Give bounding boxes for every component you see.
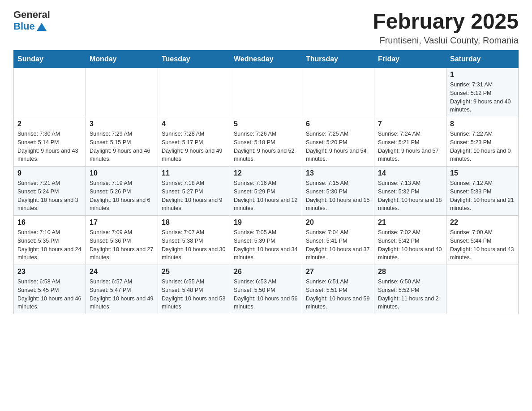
- day-info: Sunrise: 7:30 AM Sunset: 5:14 PM Dayligh…: [17, 130, 82, 163]
- header-wednesday: Wednesday: [230, 51, 302, 68]
- day-cell: 2Sunrise: 7:30 AM Sunset: 5:14 PM Daylig…: [14, 117, 86, 167]
- day-cell: [14, 68, 86, 117]
- page-header: General Blue February 2025 Fruntiseni, V…: [13, 9, 519, 46]
- day-cell: 1Sunrise: 7:31 AM Sunset: 5:12 PM Daylig…: [446, 68, 519, 117]
- week-row-3: 9Sunrise: 7:21 AM Sunset: 5:24 PM Daylig…: [14, 167, 519, 216]
- day-info: Sunrise: 7:19 AM Sunset: 5:26 PM Dayligh…: [90, 179, 154, 213]
- day-info: Sunrise: 7:02 AM Sunset: 5:42 PM Dayligh…: [378, 228, 442, 262]
- day-info: Sunrise: 7:07 AM Sunset: 5:38 PM Dayligh…: [162, 228, 226, 262]
- day-cell: [446, 265, 519, 314]
- day-cell: 21Sunrise: 7:02 AM Sunset: 5:42 PM Dayli…: [374, 216, 446, 265]
- day-info: Sunrise: 6:57 AM Sunset: 5:47 PM Dayligh…: [90, 278, 154, 311]
- day-cell: 26Sunrise: 6:53 AM Sunset: 5:50 PM Dayli…: [230, 265, 302, 314]
- day-info: Sunrise: 7:25 AM Sunset: 5:20 PM Dayligh…: [306, 130, 370, 163]
- calendar-header: Sunday Monday Tuesday Wednesday Thursday…: [14, 51, 519, 68]
- day-cell: 23Sunrise: 6:58 AM Sunset: 5:45 PM Dayli…: [14, 265, 86, 314]
- day-info: Sunrise: 7:10 AM Sunset: 5:35 PM Dayligh…: [17, 228, 82, 262]
- week-row-1: 1Sunrise: 7:31 AM Sunset: 5:12 PM Daylig…: [14, 68, 519, 117]
- day-cell: [374, 68, 446, 117]
- day-number: 25: [162, 268, 226, 276]
- subtitle: Fruntiseni, Vaslui County, Romania: [373, 35, 519, 46]
- day-number: 3: [90, 120, 154, 128]
- calendar-body: 1Sunrise: 7:31 AM Sunset: 5:12 PM Daylig…: [14, 68, 519, 314]
- day-cell: 10Sunrise: 7:19 AM Sunset: 5:26 PM Dayli…: [86, 167, 158, 216]
- header-sunday: Sunday: [14, 51, 86, 68]
- day-cell: 8Sunrise: 7:22 AM Sunset: 5:23 PM Daylig…: [446, 117, 519, 167]
- header-tuesday: Tuesday: [158, 51, 230, 68]
- day-info: Sunrise: 6:55 AM Sunset: 5:48 PM Dayligh…: [162, 278, 226, 311]
- day-number: 14: [378, 169, 442, 177]
- day-info: Sunrise: 7:29 AM Sunset: 5:15 PM Dayligh…: [90, 130, 154, 163]
- day-cell: 20Sunrise: 7:04 AM Sunset: 5:41 PM Dayli…: [302, 216, 374, 265]
- day-cell: 3Sunrise: 7:29 AM Sunset: 5:15 PM Daylig…: [86, 117, 158, 167]
- header-monday: Monday: [86, 51, 158, 68]
- day-cell: 25Sunrise: 6:55 AM Sunset: 5:48 PM Dayli…: [158, 265, 230, 314]
- day-number: 20: [306, 218, 370, 227]
- day-cell: 5Sunrise: 7:26 AM Sunset: 5:18 PM Daylig…: [230, 117, 302, 167]
- day-number: 10: [90, 169, 154, 177]
- title-section: February 2025 Fruntiseni, Vaslui County,…: [373, 9, 519, 46]
- calendar-table: Sunday Monday Tuesday Wednesday Thursday…: [13, 50, 519, 314]
- day-number: 22: [450, 218, 515, 227]
- day-cell: 13Sunrise: 7:15 AM Sunset: 5:30 PM Dayli…: [302, 167, 374, 216]
- logo-blue: Blue: [13, 21, 35, 32]
- week-row-4: 16Sunrise: 7:10 AM Sunset: 5:35 PM Dayli…: [14, 216, 519, 265]
- day-cell: 9Sunrise: 7:21 AM Sunset: 5:24 PM Daylig…: [14, 167, 86, 216]
- day-info: Sunrise: 7:16 AM Sunset: 5:29 PM Dayligh…: [234, 179, 298, 213]
- day-info: Sunrise: 7:05 AM Sunset: 5:39 PM Dayligh…: [234, 228, 298, 262]
- day-cell: [86, 68, 158, 117]
- day-info: Sunrise: 7:22 AM Sunset: 5:23 PM Dayligh…: [450, 130, 515, 163]
- day-cell: 18Sunrise: 7:07 AM Sunset: 5:38 PM Dayli…: [158, 216, 230, 265]
- day-info: Sunrise: 7:24 AM Sunset: 5:21 PM Dayligh…: [378, 130, 442, 163]
- day-cell: [230, 68, 302, 117]
- day-number: 2: [17, 120, 82, 128]
- day-cell: 15Sunrise: 7:12 AM Sunset: 5:33 PM Dayli…: [446, 167, 519, 216]
- day-number: 7: [378, 120, 442, 128]
- day-number: 12: [234, 169, 298, 177]
- day-cell: 6Sunrise: 7:25 AM Sunset: 5:20 PM Daylig…: [302, 117, 374, 167]
- main-title: February 2025: [373, 9, 519, 34]
- day-info: Sunrise: 7:26 AM Sunset: 5:18 PM Dayligh…: [234, 130, 298, 163]
- header-saturday: Saturday: [446, 51, 519, 68]
- week-row-2: 2Sunrise: 7:30 AM Sunset: 5:14 PM Daylig…: [14, 117, 519, 167]
- day-number: 15: [450, 169, 515, 177]
- day-number: 27: [306, 268, 370, 276]
- day-number: 18: [162, 218, 226, 227]
- day-cell: 16Sunrise: 7:10 AM Sunset: 5:35 PM Dayli…: [14, 216, 86, 265]
- logo-general: General: [13, 9, 50, 20]
- day-info: Sunrise: 7:13 AM Sunset: 5:32 PM Dayligh…: [378, 179, 442, 213]
- day-cell: 14Sunrise: 7:13 AM Sunset: 5:32 PM Dayli…: [374, 167, 446, 216]
- day-number: 21: [378, 218, 442, 227]
- day-number: 8: [450, 120, 515, 128]
- day-cell: [158, 68, 230, 117]
- day-info: Sunrise: 6:50 AM Sunset: 5:52 PM Dayligh…: [378, 278, 442, 311]
- day-cell: 22Sunrise: 7:00 AM Sunset: 5:44 PM Dayli…: [446, 216, 519, 265]
- svg-marker-0: [37, 23, 47, 31]
- day-number: 5: [234, 120, 298, 128]
- day-number: 4: [162, 120, 226, 128]
- logo-text: General Blue: [13, 9, 50, 32]
- day-number: 17: [90, 218, 154, 227]
- logo: General Blue: [13, 9, 50, 32]
- day-info: Sunrise: 7:15 AM Sunset: 5:30 PM Dayligh…: [306, 179, 370, 213]
- day-info: Sunrise: 7:21 AM Sunset: 5:24 PM Dayligh…: [17, 179, 82, 213]
- day-cell: 24Sunrise: 6:57 AM Sunset: 5:47 PM Dayli…: [86, 265, 158, 314]
- day-number: 6: [306, 120, 370, 128]
- week-row-5: 23Sunrise: 6:58 AM Sunset: 5:45 PM Dayli…: [14, 265, 519, 314]
- day-cell: 27Sunrise: 6:51 AM Sunset: 5:51 PM Dayli…: [302, 265, 374, 314]
- day-info: Sunrise: 7:18 AM Sunset: 5:27 PM Dayligh…: [162, 179, 226, 213]
- day-info: Sunrise: 6:53 AM Sunset: 5:50 PM Dayligh…: [234, 278, 298, 311]
- header-row: Sunday Monday Tuesday Wednesday Thursday…: [14, 51, 519, 68]
- day-number: 9: [17, 169, 82, 177]
- day-number: 11: [162, 169, 226, 177]
- day-number: 16: [17, 218, 82, 227]
- logo-triangle-icon: [37, 23, 47, 31]
- day-cell: 11Sunrise: 7:18 AM Sunset: 5:27 PM Dayli…: [158, 167, 230, 216]
- day-cell: 12Sunrise: 7:16 AM Sunset: 5:29 PM Dayli…: [230, 167, 302, 216]
- day-number: 26: [234, 268, 298, 276]
- day-cell: 28Sunrise: 6:50 AM Sunset: 5:52 PM Dayli…: [374, 265, 446, 314]
- day-cell: 7Sunrise: 7:24 AM Sunset: 5:21 PM Daylig…: [374, 117, 446, 167]
- day-number: 23: [17, 268, 82, 276]
- header-thursday: Thursday: [302, 51, 374, 68]
- day-info: Sunrise: 7:00 AM Sunset: 5:44 PM Dayligh…: [450, 228, 515, 262]
